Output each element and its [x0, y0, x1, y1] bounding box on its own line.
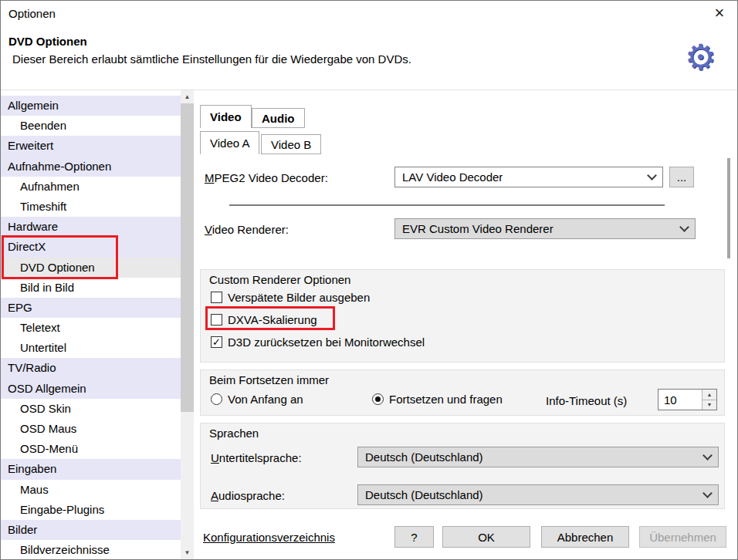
sidebar-item-osd-menue[interactable]: OSD-Menü: [1, 439, 181, 459]
info-timeout-input[interactable]: [658, 390, 702, 410]
checkmark-icon: ✓: [212, 337, 221, 347]
video-renderer-select[interactable]: EVR Custom Video Renderer: [394, 218, 696, 239]
sidebar-item-aufnahme-optionen[interactable]: Aufnahme-Optionen: [1, 157, 181, 177]
sidebar-item-epg[interactable]: EPG: [1, 298, 181, 318]
sidebar-item-teletext[interactable]: Teletext: [1, 318, 181, 338]
settings-tree: Allgemein Beenden Erweitert Aufnahme-Opt…: [1, 90, 181, 559]
checkbox-d3d-zuruecksetzen[interactable]: ✓: [211, 336, 222, 348]
apply-button: Übernehmen: [639, 526, 726, 548]
page-title: DVD Optionen: [8, 35, 87, 48]
checkbox-row-d3d-zuruecksetzen[interactable]: ✓ D3D zurücksetzen bei Monitorwechsel: [211, 336, 425, 349]
checkbox-label: D3D zurücksetzen bei Monitorwechsel: [228, 336, 425, 349]
audio-language-select[interactable]: Deutsch (Deutschland): [357, 484, 719, 505]
group-title: Custom Renderer Optionen: [209, 273, 350, 286]
help-button[interactable]: ?: [394, 526, 434, 548]
sidebar-item-untertitel[interactable]: Untertitel: [1, 338, 181, 358]
custom-renderer-group: Custom Renderer Optionen ✓ Verspätete Bi…: [200, 269, 725, 363]
ok-button[interactable]: OK: [442, 526, 530, 548]
audio-language-value: Deutsch (Deutschland): [365, 488, 483, 501]
chevron-down-icon: [702, 488, 713, 498]
sidebar-item-maus[interactable]: Maus: [1, 480, 181, 500]
mpeg2-decoder-value: LAV Video Decoder: [402, 170, 503, 184]
sidebar-item-tv-radio[interactable]: TV/Radio: [1, 358, 181, 378]
sidebar-scrollbar[interactable]: ▲ ▼: [181, 90, 194, 559]
spinner-down-icon[interactable]: ▼: [702, 400, 716, 410]
scroll-down-icon[interactable]: ▼: [181, 546, 194, 559]
title-bar: Optionen ×: [1, 1, 737, 27]
sidebar-item-osd-skin[interactable]: OSD Skin: [1, 399, 181, 419]
checkbox-label: Verspätete Bilder ausgeben: [228, 291, 370, 304]
radio-label: Von Anfang an: [228, 393, 303, 406]
sidebar-item-hardware[interactable]: Hardware: [1, 217, 181, 237]
sidebar-item-osd-maus[interactable]: OSD Maus: [1, 419, 181, 439]
sidebar-item-aufnahmen[interactable]: Aufnahmen: [1, 177, 181, 197]
checkbox-row-verspaetete-bilder[interactable]: ✓ Verspätete Bilder ausgeben: [211, 291, 370, 304]
radio-fortsetzen-und-fragen[interactable]: [372, 393, 384, 405]
checkbox-label: DXVA-Skalierung: [228, 313, 317, 326]
scrollbar-thumb[interactable]: [181, 103, 194, 412]
video-renderer-value: EVR Custom Video Renderer: [402, 222, 554, 235]
accel-letter: U: [211, 451, 219, 464]
config-directory-link[interactable]: Konfigurationsverzeichnis: [203, 531, 335, 544]
sidebar-item-beenden[interactable]: Beenden: [1, 116, 181, 136]
radio-label: Fortsetzen und fragen: [389, 393, 503, 406]
sidebar-item-bilder[interactable]: Bilder: [1, 520, 181, 540]
spinner-up-icon[interactable]: ▲: [702, 390, 716, 400]
cancel-button[interactable]: Abbrechen: [541, 526, 629, 548]
subtitle-language-label: Untertitelsprache:: [211, 451, 302, 464]
sidebar-item-directx[interactable]: DirectX: [1, 237, 181, 257]
resume-group: Beim Fortsetzen immer Von Anfang an Fort…: [200, 369, 725, 416]
sidebar-item-bildverzeichnisse[interactable]: Bildverzeichnisse: [1, 540, 181, 559]
label-text: ideo Renderer:: [212, 223, 289, 236]
options-window: Optionen × DVD Optionen Dieser Bereich e…: [0, 0, 738, 560]
sidebar-item-eingabe-plugins[interactable]: Eingabe-Plugins: [1, 500, 181, 520]
tab-audio[interactable]: Audio: [252, 108, 305, 128]
sidebar-item-eingaben[interactable]: Eingaben: [1, 459, 181, 479]
spinner-buttons: ▲ ▼: [702, 390, 716, 410]
gear-icon: ⚙: [685, 39, 716, 75]
radio-von-anfang-an[interactable]: [211, 393, 222, 405]
label-text: PEG2 Video Decoder:: [215, 171, 328, 184]
video-renderer-label: Video Renderer:: [205, 223, 289, 236]
subtitle-language-value: Deutsch (Deutschland): [365, 450, 483, 464]
panel-scrollbar[interactable]: [727, 158, 730, 258]
label-text: ntertitelsprache:: [219, 451, 302, 464]
close-icon[interactable]: ×: [702, 1, 737, 25]
group-title: Beim Fortsetzen immer: [209, 373, 329, 386]
info-timeout-spinner: ▲ ▼: [658, 389, 717, 410]
checkbox-row-dxva-skalierung[interactable]: ✓ DXVA-Skalierung: [211, 313, 317, 326]
window-title: Optionen: [8, 7, 56, 20]
audio-language-label: Audiosprache:: [211, 489, 285, 502]
tab-video-b[interactable]: Video B: [261, 134, 321, 154]
sidebar-item-dvd-optionen[interactable]: DVD Optionen: [1, 258, 181, 278]
tab-video-a[interactable]: Video A: [200, 131, 259, 154]
label-text: udiosprache:: [218, 489, 285, 502]
scroll-up-icon[interactable]: ▲: [181, 90, 194, 103]
page-header: DVD Optionen Dieser Bereich erlaubt sämt…: [1, 27, 737, 90]
sidebar-item-bild-in-bild[interactable]: Bild in Bild: [1, 278, 181, 298]
accel-letter: M: [205, 171, 215, 184]
checkbox-dxva-skalierung[interactable]: ✓: [211, 314, 222, 326]
mpeg2-decoder-select[interactable]: LAV Video Decoder: [394, 167, 663, 187]
chevron-down-icon: [647, 170, 657, 180]
sidebar-item-osd-allgemein[interactable]: OSD Allgemein: [1, 379, 181, 399]
checkbox-verspaetete-bilder[interactable]: ✓: [211, 292, 222, 303]
chevron-down-icon: [702, 450, 713, 460]
info-timeout-label: Info-Timeout (s): [546, 394, 627, 407]
sidebar-item-timeshift[interactable]: Timeshift: [1, 197, 181, 217]
subtitle-language-select[interactable]: Deutsch (Deutschland): [357, 447, 719, 467]
tab-video[interactable]: Video: [200, 105, 252, 128]
page-subtitle: Dieser Bereich erlaubt sämtliche Einstel…: [12, 52, 411, 66]
group-title: Sprachen: [209, 427, 259, 440]
sidebar-item-allgemein[interactable]: Allgemein: [1, 96, 181, 116]
decoder-more-button[interactable]: ...: [669, 167, 694, 187]
radio-row-fortsetzen-und-fragen[interactable]: Fortsetzen und fragen: [372, 393, 503, 406]
divider: [229, 204, 665, 206]
mpeg2-decoder-label: MPEG2 Video Decoder:: [205, 171, 328, 184]
sidebar-item-erweitert[interactable]: Erweitert: [1, 136, 181, 156]
accel-letter: A: [211, 489, 218, 502]
accel-letter: V: [205, 223, 212, 236]
radio-row-von-anfang-an[interactable]: Von Anfang an: [211, 393, 303, 406]
chevron-down-icon: [679, 222, 689, 232]
